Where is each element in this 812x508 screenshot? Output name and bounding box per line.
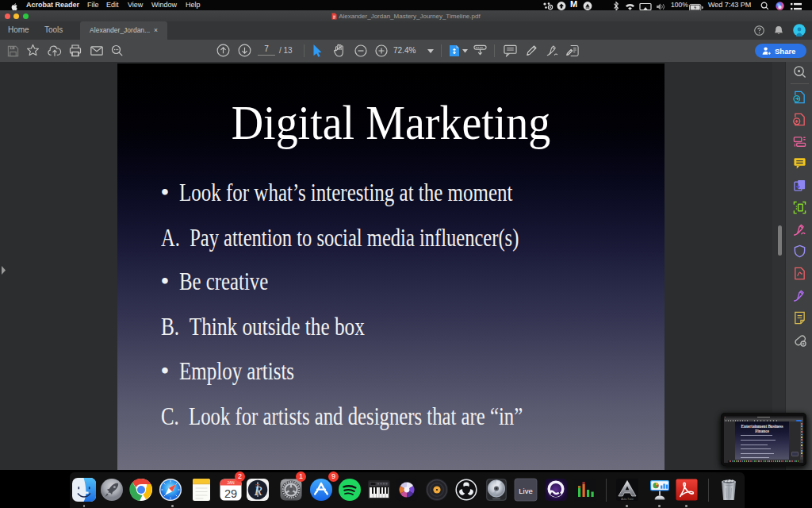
svg-text:Live: Live	[519, 487, 532, 495]
svg-text:29: 29	[224, 487, 236, 500]
svg-text:R: R	[253, 484, 262, 498]
svg-text:JAN: JAN	[227, 480, 235, 485]
svg-text:Auto-Tune: Auto-Tune	[621, 498, 634, 501]
